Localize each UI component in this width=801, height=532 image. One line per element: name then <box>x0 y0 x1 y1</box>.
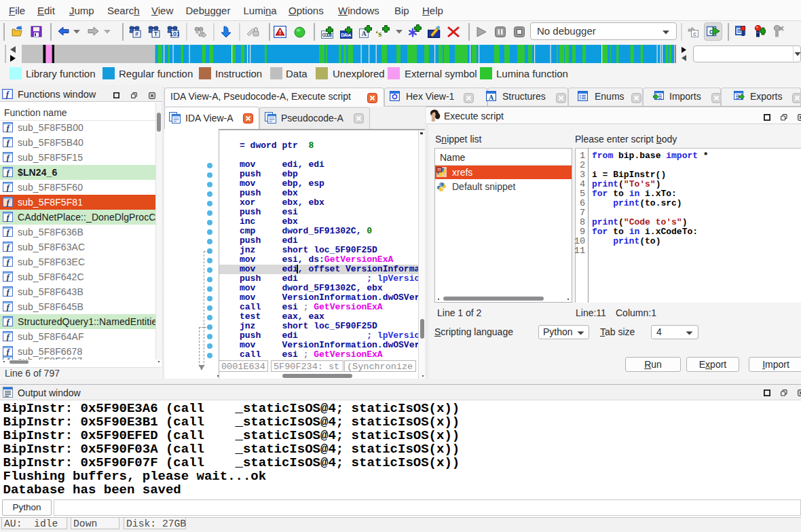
svg-text:‘s: ‘s <box>375 28 381 38</box>
svg-text:T: T <box>154 31 158 37</box>
svg-text:101: 101 <box>170 31 179 37</box>
svg-text:A: A <box>488 94 493 101</box>
svg-text:c: c <box>693 31 696 37</box>
svg-text:#: # <box>135 31 138 37</box>
